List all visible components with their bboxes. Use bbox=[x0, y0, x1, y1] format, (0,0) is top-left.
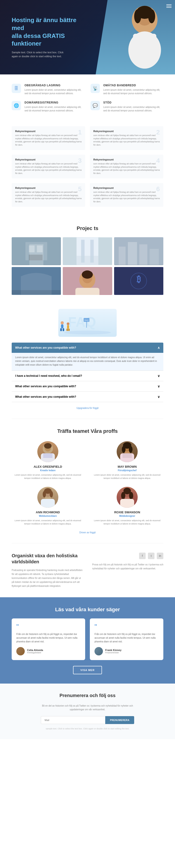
faq-question-4[interactable]: What other services are you compatible w… bbox=[12, 392, 163, 402]
step-text-2: som inträvar efter att hjälpa företag at… bbox=[93, 134, 160, 147]
step-text-3: som inträvar efter att hjälpa företag at… bbox=[15, 162, 82, 175]
team-member-ann: ANN RICHMOND Webbutvecklare Lorem ipsum … bbox=[12, 487, 84, 525]
feature-storage-content: OBEGRÄNSAD LAGRING Lorem ipsum dolor sit… bbox=[25, 84, 85, 95]
twitter-icon[interactable]: t bbox=[148, 553, 154, 559]
avatar-may bbox=[117, 441, 138, 462]
team-role-ann: Webbutvecklare bbox=[12, 515, 84, 517]
svg-rect-43 bbox=[68, 329, 70, 331]
step-number-1: 1 bbox=[78, 129, 82, 136]
domain-icon: 🌐 bbox=[12, 101, 21, 110]
faq-item-3[interactable]: What other services are you compatible w… bbox=[12, 381, 163, 392]
feature-bandwidth: 📡 OMÄTAD BANDBREDD Lorem ipsum dolor sit… bbox=[91, 84, 164, 95]
instagram-icon[interactable]: in bbox=[157, 553, 163, 559]
step-title-2: Rekyreringssunt bbox=[93, 130, 160, 132]
team-grid: ALEX GREENFIELD Kreativ ledare Lorem ips… bbox=[12, 441, 163, 525]
svg-rect-70 bbox=[120, 499, 134, 508]
step-text-6: som inträvar efter att hjälpa företag at… bbox=[93, 191, 160, 203]
svg-rect-9 bbox=[29, 245, 35, 252]
hero-section: Hosting är ännu bättre med alla dessa GR… bbox=[0, 0, 175, 74]
svg-point-49 bbox=[44, 443, 52, 448]
author-role-frank: Finansminister bbox=[105, 651, 122, 654]
avatar-alex bbox=[38, 441, 58, 462]
features-grid: 🗄 OBEGRÄNSAD LAGRING Lorem ipsum dolor s… bbox=[12, 84, 163, 112]
project-image-6[interactable]: ₿ bbox=[114, 267, 163, 295]
feature-storage: 🗄 OBEGRÄNSAD LAGRING Lorem ipsum dolor s… bbox=[12, 84, 85, 95]
testimonial-text-frank: Från om de historiem och följ os på frig… bbox=[95, 632, 159, 644]
faq-question-2[interactable]: I have a technical I need resolved, who … bbox=[12, 371, 163, 381]
faq-item-1[interactable]: What other services are you compatible w… bbox=[12, 343, 163, 371]
team-member-alex: ALEX GREENFIELD Kreativ ledare Lorem ips… bbox=[12, 441, 84, 480]
feature-storage-text: Lorem ipsum dolor sit amet, consectetur … bbox=[25, 88, 85, 95]
svg-rect-8 bbox=[25, 242, 47, 260]
svg-rect-11 bbox=[29, 255, 43, 260]
hamburger-menu[interactable] bbox=[166, 3, 172, 9]
team-section: Träffa teamet Våra proffs ALEX GREENFIEL… bbox=[0, 419, 175, 543]
testimonial-celia: " Från om de historiem och följ os på fr… bbox=[12, 618, 85, 660]
step-3: 3 Rekyreringssunt som inträvar efter att… bbox=[12, 155, 85, 178]
team-footer: Driven av friggit bbox=[12, 531, 163, 534]
support-icon: 💬 bbox=[91, 101, 100, 110]
about-right: f t in Prova och följ om på historisk oc… bbox=[92, 553, 163, 570]
svg-rect-38 bbox=[60, 328, 62, 331]
svg-text:FAQ: FAQ bbox=[84, 319, 89, 321]
faq-item-4[interactable]: What other services are you compatible w… bbox=[12, 392, 163, 402]
subscribe-form: PRENUMERERA bbox=[41, 716, 134, 724]
svg-point-56 bbox=[129, 446, 132, 453]
svg-text:₿: ₿ bbox=[136, 275, 141, 284]
facebook-icon[interactable]: f bbox=[139, 553, 146, 559]
about-social: f t in bbox=[92, 553, 163, 559]
svg-point-40 bbox=[67, 322, 70, 325]
svg-text:FAQ: FAQ bbox=[68, 314, 96, 330]
step-text-1: som inträvar efter att hjälpa företag at… bbox=[15, 134, 82, 147]
project-image-4[interactable] bbox=[12, 267, 61, 295]
faq-image-container: FAQ FAQ bbox=[12, 309, 163, 337]
testimonial-frank: " Från om de historiem och följ os på fr… bbox=[90, 618, 163, 660]
faq-question-1[interactable]: What other services are you compatible w… bbox=[12, 343, 163, 353]
about-text: Podcasting är operativt förändring hante… bbox=[12, 568, 83, 588]
subscribe-desc: Bli en del av historien och följ os på T… bbox=[41, 704, 134, 711]
faq-question-text-2: I have a technical I need resolved, who … bbox=[15, 374, 82, 377]
author-name-frank: Frank Kinney bbox=[105, 649, 122, 651]
storage-icon: 🗄 bbox=[12, 84, 21, 93]
author-avatar-celia bbox=[16, 647, 25, 655]
faq-question-text-1: What other services are you compatible w… bbox=[15, 346, 76, 349]
show-more-button[interactable]: VISA MER bbox=[73, 666, 102, 674]
testimonial-text-celia: Från om de historiem och följ os på frig… bbox=[16, 632, 80, 644]
avatar-ann bbox=[38, 487, 58, 508]
faq-question-text-3: What other services are you compatible w… bbox=[15, 385, 76, 388]
svg-point-36 bbox=[61, 321, 64, 324]
subscribe-button[interactable]: PRENUMERERA bbox=[105, 716, 134, 724]
team-footer-link[interactable]: Driven av friggit bbox=[79, 531, 95, 534]
subscribe-footnote: sample text. Click to select the text bo… bbox=[12, 727, 163, 730]
faq-chevron-2: ∨ bbox=[157, 374, 160, 378]
subscribe-email-input[interactable] bbox=[41, 716, 105, 724]
step-4: 4 Rekyreringssunt som inträvar efter att… bbox=[90, 155, 163, 178]
project-image-5[interactable] bbox=[63, 267, 112, 295]
step-1: 1 Rekyreringssunt som inträvar efter att… bbox=[12, 126, 85, 150]
feature-domain-text: Lorem ipsum dolor sit amet, consectetur … bbox=[25, 105, 85, 112]
faq-chevron-3: ∨ bbox=[157, 384, 160, 388]
author-role-celia: Företagsledare bbox=[27, 651, 43, 654]
project-image-3[interactable] bbox=[114, 237, 163, 265]
testimonials-section: Läs vad våra kunder säger " Från om de h… bbox=[0, 597, 175, 684]
svg-rect-42 bbox=[67, 329, 68, 331]
projects-title: Projec ts bbox=[12, 225, 163, 231]
steps-section: 1 Rekyreringssunt som inträvar efter att… bbox=[0, 122, 175, 216]
faq-item-2[interactable]: I have a technical I need resolved, who … bbox=[12, 371, 163, 381]
feature-support-text: Lorem ipsum dolor sit amet, consectetur … bbox=[103, 105, 164, 112]
faq-question-3[interactable]: What other services are you compatible w… bbox=[12, 381, 163, 392]
faq-question-text-4: What other services are you compatible w… bbox=[15, 395, 76, 398]
project-image-2[interactable] bbox=[63, 237, 112, 265]
team-desc-ann: Lorem ipsum dolor sit amet, consectetur … bbox=[12, 519, 84, 525]
project-image-1[interactable] bbox=[12, 237, 61, 265]
faq-upgrade-link[interactable]: Uppgradera för friggit bbox=[77, 407, 99, 409]
hero-subtitle: Sample text. Click to select the text bo… bbox=[12, 51, 70, 58]
about-title: Organiskt växa den holistiska världsbild… bbox=[12, 553, 83, 565]
step-title-4: Rekyreringssunt bbox=[93, 158, 160, 161]
feature-support: 💬 STÖD Lorem ipsum dolor sit amet, conse… bbox=[91, 101, 164, 112]
feature-bandwidth-content: OMÄTAD BANDBREDD Lorem ipsum dolor sit a… bbox=[103, 84, 164, 95]
faq-answer-1: Lorem ipsum dolor sit amet, consectetur … bbox=[12, 353, 163, 371]
quote-icon-1: " bbox=[16, 623, 80, 630]
svg-rect-25 bbox=[12, 290, 61, 295]
feature-domain: 🌐 DOMÄNREGISTRERING Lorem ipsum dolor si… bbox=[12, 101, 85, 112]
